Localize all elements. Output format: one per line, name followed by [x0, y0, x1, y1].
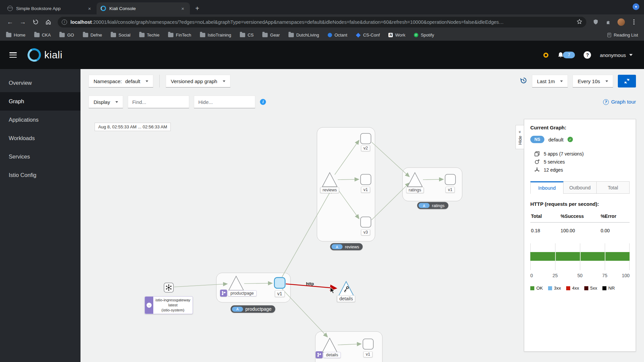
hamburger-menu-icon[interactable] — [9, 52, 17, 58]
folder-icon — [262, 33, 268, 37]
reviews-v3-node[interactable] — [361, 217, 371, 227]
graph-tour-link[interactable]: Graph tour — [603, 99, 636, 105]
tab-bookstore[interactable]: Simple Bookstore App — [3, 2, 97, 14]
mesh-status-icon[interactable] — [543, 53, 548, 58]
bookmark-go[interactable]: GO — [59, 33, 74, 38]
edge-v2-to-ratings[interactable] — [372, 142, 409, 177]
bookmark-istiotraining[interactable]: IstioTraining — [200, 33, 231, 38]
sidebar-item-label: Workloads — [9, 135, 35, 141]
bookmark-gear[interactable]: Gear — [262, 33, 280, 38]
bookmark-social[interactable]: Social — [111, 33, 130, 38]
reviews-v1-node[interactable] — [361, 174, 371, 185]
graph-canvas[interactable]: Aug 8, 02:55:33 AM ... 02:56:33 AM revie… — [80, 116, 644, 362]
details-app-label-text: details — [323, 352, 341, 358]
bookmark-spotify[interactable]: Spotify — [414, 33, 434, 38]
url-bar[interactable]: localhost :20001/kiali/console/graph/nam… — [58, 17, 586, 27]
sidebar-item-graph[interactable]: Graph — [0, 92, 80, 111]
bookmark-label: IstioTraining — [208, 33, 231, 38]
edge-productpage-to-details-group[interactable] — [282, 289, 327, 337]
profile-avatar[interactable] — [616, 17, 627, 27]
productpage-v1-node-selected[interactable] — [274, 278, 285, 288]
edge-productpage-service-to-v1[interactable] — [244, 283, 272, 284]
tab-title: Simple Bookstore App — [16, 6, 87, 11]
legend-swatch — [548, 286, 552, 290]
bookmark-cs[interactable]: CS — [240, 33, 254, 38]
panel-title: Current Graph: — [530, 125, 630, 130]
sidebar-item-overview[interactable]: Overview — [0, 74, 80, 92]
sidebar-item-label: Services — [9, 154, 30, 160]
sidebar-item-applications[interactable]: Applications — [0, 111, 80, 129]
sidebar-item-workloads[interactable]: Workloads — [0, 129, 80, 147]
sync-icon — [624, 78, 630, 84]
bookmark-octant[interactable]: Octant — [328, 33, 347, 38]
tab-kiali-console[interactable]: Kiali Console — [97, 2, 190, 14]
notion-icon — [388, 33, 393, 37]
bookmark-work[interactable]: Work — [388, 33, 405, 38]
browser-profile-chip[interactable] — [633, 3, 639, 10]
close-icon[interactable] — [87, 5, 93, 11]
forward-icon[interactable] — [17, 17, 28, 27]
hide-panel-tab[interactable]: Hide — [516, 125, 524, 149]
details-service-node[interactable] — [339, 282, 354, 296]
bookmark-fintech[interactable]: FinTech — [168, 33, 191, 38]
edge-v3-to-ratings[interactable] — [372, 183, 409, 220]
new-tab-button[interactable] — [193, 4, 202, 13]
edge-reviews-to-v1[interactable] — [338, 179, 359, 180]
notifications-button[interactable]: 7 — [557, 52, 575, 59]
namespace-value: default — [125, 78, 140, 84]
bookmark-defne[interactable]: Defne — [83, 33, 102, 38]
reading-list[interactable]: Reading List — [607, 33, 638, 38]
sidebar-item-istio-config[interactable]: Istio Config — [0, 166, 80, 184]
history-icon[interactable] — [520, 77, 527, 85]
chart-axis: 0 25 50 75 100 — [530, 273, 630, 279]
extensions-puzzle-icon[interactable] — [603, 17, 614, 27]
user-menu[interactable]: anonymous — [600, 52, 633, 58]
stat-text: 5 apps (7 versions) — [544, 151, 584, 157]
reviews-v2-node[interactable] — [361, 133, 371, 144]
ratings-v1-node[interactable] — [445, 174, 455, 185]
details-v1-node[interactable] — [363, 339, 373, 349]
help-icon[interactable] — [584, 51, 591, 59]
bookmark-label: Gear — [270, 33, 280, 38]
edge-ratings-to-v1[interactable] — [423, 179, 443, 180]
chevron-down-icon — [223, 80, 225, 82]
bookmark-star-icon[interactable] — [577, 19, 582, 25]
legend-item: 5xx — [584, 286, 597, 291]
menu-kebab-icon[interactable] — [629, 17, 639, 27]
sidebar-item-services[interactable]: Services — [0, 147, 80, 166]
find-input[interactable] — [128, 96, 189, 108]
back-icon[interactable] — [5, 17, 15, 27]
stat-text: 12 edges — [544, 167, 563, 173]
close-icon[interactable] — [180, 5, 186, 11]
display-dropdown[interactable]: Display — [89, 96, 123, 108]
bookmark-home[interactable]: Home — [6, 33, 25, 38]
bookmark-label: Defne — [91, 33, 102, 38]
kiali-masthead: kiali 7 anonymous — [0, 41, 644, 69]
duration-select[interactable]: Last 1m — [532, 75, 568, 87]
refresh-interval-select[interactable]: Every 10s — [573, 75, 613, 87]
bookmark-dutchliving[interactable]: DutchLiving — [288, 33, 319, 38]
sidebar-item-label: Applications — [9, 117, 39, 123]
shield-icon[interactable] — [590, 17, 601, 27]
reload-icon[interactable] — [30, 17, 41, 27]
namespace-select[interactable]: Namespace: default — [89, 75, 153, 87]
bookmark-cka[interactable]: CKA — [34, 33, 51, 38]
tab-outbound[interactable]: Outbound — [564, 181, 596, 194]
graph-type-select[interactable]: Versioned app graph — [166, 75, 230, 87]
tab-inbound[interactable]: Inbound — [530, 181, 564, 194]
bookmark-techie[interactable]: Techie — [139, 33, 160, 38]
home-icon[interactable] — [43, 17, 54, 27]
tab-total[interactable]: Total — [597, 181, 630, 194]
namespace-name[interactable]: default — [548, 137, 564, 142]
refresh-button[interactable] — [618, 75, 636, 87]
info-icon[interactable] — [260, 99, 266, 105]
bookmark-cs-conf[interactable]: CS-Conf — [356, 33, 380, 38]
ratings-v1-label: v1 — [445, 187, 454, 193]
details-v1-label: v1 — [363, 351, 372, 357]
table-cell: 100.00 — [560, 223, 600, 233]
gateway-namespace: (istio-system) — [161, 308, 184, 312]
reviews-service-label: reviews — [320, 187, 339, 193]
kiali-brand: kiali — [28, 48, 62, 62]
site-info-icon[interactable] — [62, 19, 67, 25]
hide-input[interactable] — [194, 96, 255, 108]
